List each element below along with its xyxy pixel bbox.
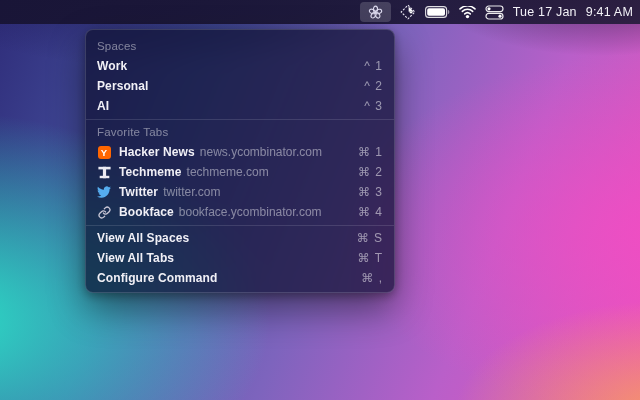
battery-icon[interactable] bbox=[425, 2, 450, 22]
menu-item-label: Personal bbox=[97, 79, 149, 93]
menu-item-label: Techmeme bbox=[119, 165, 182, 179]
menubar-date[interactable]: Tue 17 Jan bbox=[513, 5, 577, 19]
battery-glyph bbox=[425, 6, 450, 18]
menubar-time[interactable]: 9:41 AM bbox=[586, 5, 633, 19]
menu-item-url: news.ycombinator.com bbox=[200, 145, 322, 159]
menu-bar: Tue 17 Jan 9:41 AM bbox=[0, 0, 640, 24]
spaces-section: Spaces Work ^ 1 Personal ^ 2 AI ^ 3 bbox=[86, 30, 394, 119]
menu-item-configure-command[interactable]: Configure Command ⌘ , bbox=[86, 268, 394, 288]
menu-item-hacker-news[interactable]: Y Hacker News news.ycombinator.com ⌘ 1 bbox=[86, 142, 394, 162]
favorite-tabs-section: Favorite Tabs Y Hacker News news.ycombin… bbox=[86, 120, 394, 225]
flower-scribble-glyph bbox=[366, 5, 385, 20]
menu-item-view-all-tabs[interactable]: View All Tabs ⌘ T bbox=[86, 248, 394, 268]
shortcut-hint: ^ 3 bbox=[364, 99, 383, 113]
wifi-glyph bbox=[459, 6, 476, 19]
shortcut-hint: ⌘ S bbox=[357, 231, 383, 245]
favorite-tabs-header: Favorite Tabs bbox=[86, 122, 394, 142]
shortcut-hint: ⌘ T bbox=[358, 251, 383, 265]
shortcut-hint: ⌘ , bbox=[361, 271, 383, 285]
menu-item-label: View All Tabs bbox=[97, 251, 174, 265]
actions-section: View All Spaces ⌘ S View All Tabs ⌘ T Co… bbox=[86, 226, 394, 291]
menu-item-label: Bookface bbox=[119, 205, 174, 219]
menu-item-label: View All Spaces bbox=[97, 231, 189, 245]
techmeme-icon bbox=[97, 165, 111, 179]
shortcut-hint: ^ 2 bbox=[364, 79, 383, 93]
spaces-header: Spaces bbox=[86, 36, 394, 56]
menu-item-label: Work bbox=[97, 59, 127, 73]
menu-item-twitter[interactable]: Twitter twitter.com ⌘ 3 bbox=[86, 182, 394, 202]
toggles-glyph bbox=[485, 5, 504, 20]
menu-item-techmeme[interactable]: Techmeme techmeme.com ⌘ 2 bbox=[86, 162, 394, 182]
wifi-icon[interactable] bbox=[459, 2, 476, 22]
menu-item-label: AI bbox=[97, 99, 109, 113]
menu-item-label: Twitter bbox=[119, 185, 158, 199]
menu-item-label: Hacker News bbox=[119, 145, 195, 159]
shortcut-hint: ⌘ 4 bbox=[358, 205, 383, 219]
menu-item-bookface[interactable]: Bookface bookface.ycombinator.com ⌘ 4 bbox=[86, 202, 394, 222]
toggles-icon[interactable] bbox=[485, 2, 504, 22]
shortcut-hint: ⌘ 3 bbox=[358, 185, 383, 199]
menu-item-url: techmeme.com bbox=[187, 165, 269, 179]
link-icon bbox=[97, 205, 111, 219]
menu-item-url: bookface.ycombinator.com bbox=[179, 205, 322, 219]
twitter-bird-icon bbox=[97, 185, 111, 199]
menu-item-ai[interactable]: AI ^ 3 bbox=[86, 96, 394, 116]
hacker-news-icon: Y bbox=[97, 145, 111, 159]
menu-item-label: Configure Command bbox=[97, 271, 217, 285]
menu-item-view-all-spaces[interactable]: View All Spaces ⌘ S bbox=[86, 228, 394, 248]
command-dropdown-menu: Spaces Work ^ 1 Personal ^ 2 AI ^ 3 Favo… bbox=[85, 29, 395, 293]
menu-item-personal[interactable]: Personal ^ 2 bbox=[86, 76, 394, 96]
menu-item-url: twitter.com bbox=[163, 185, 220, 199]
command-flower-icon[interactable] bbox=[360, 2, 391, 22]
menu-item-work[interactable]: Work ^ 1 bbox=[86, 56, 394, 76]
shortcut-hint: ⌘ 2 bbox=[358, 165, 383, 179]
shortcut-hint: ⌘ 1 bbox=[358, 145, 383, 159]
marker-glyph bbox=[400, 4, 416, 20]
shortcut-hint: ^ 1 bbox=[364, 59, 383, 73]
marker-icon[interactable] bbox=[400, 2, 416, 22]
